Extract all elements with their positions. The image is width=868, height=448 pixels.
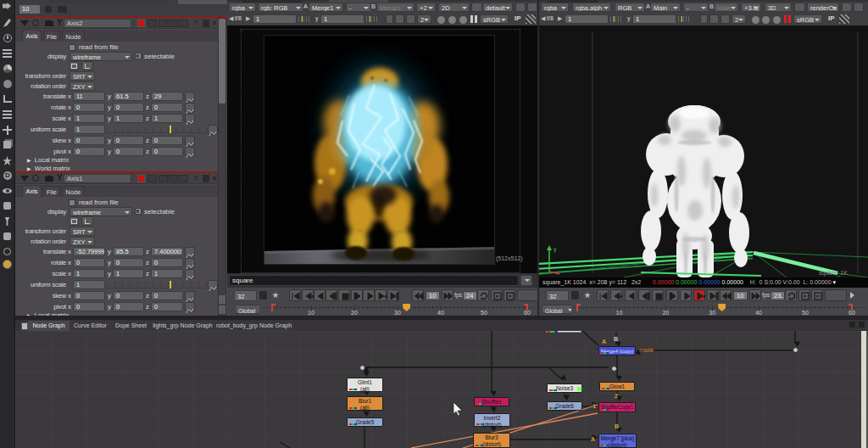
svg-text:square_1K: square_1K: [819, 270, 848, 277]
svg-text:y: y: [554, 246, 557, 253]
